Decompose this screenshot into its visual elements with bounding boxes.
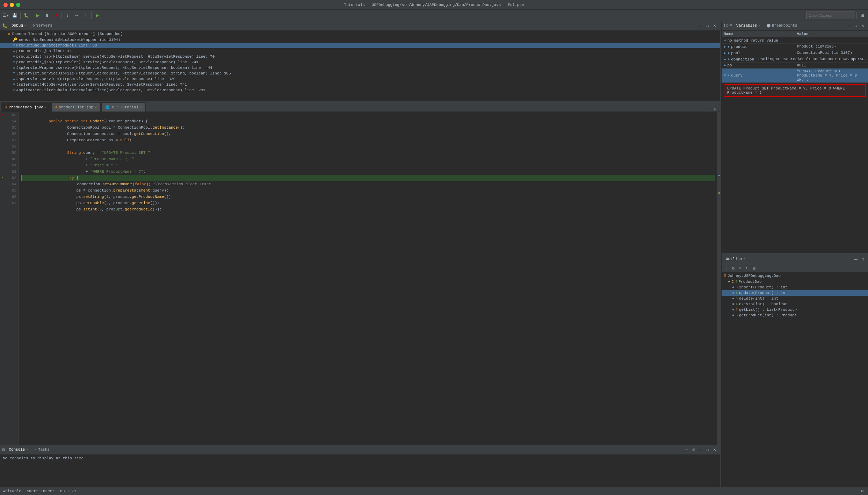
close-console[interactable]: ✕ — [711, 447, 718, 453]
debug-owns[interactable]: 🔑 owns: NioEndpoint$NioSocketWrapper (id… — [0, 37, 720, 43]
expand-query[interactable]: ▼ — [724, 73, 726, 78]
perspective-btn[interactable]: ⊞ — [858, 11, 867, 20]
console-btn-1[interactable]: ↩ — [683, 447, 690, 453]
method-icon-6: ● — [732, 313, 735, 317]
console-close[interactable]: ✕ — [26, 447, 28, 451]
var-ps[interactable]: ● ps null — [722, 63, 868, 69]
editor-tab-productdao[interactable]: J ProductDao.java ✕ — [1, 102, 51, 112]
close-btn[interactable] — [3, 3, 8, 7]
outline-sort[interactable]: ↕ — [723, 265, 729, 271]
var-no-return[interactable]: ↩ no method return value — [722, 37, 868, 44]
minimize-variables[interactable]: — — [846, 23, 852, 29]
variables-close[interactable]: ✕ — [758, 23, 760, 27]
maximize-btn[interactable] — [16, 3, 20, 7]
debug-stack-2[interactable]: ≡ productedit_jsp(HttpJspBase).service(H… — [0, 54, 720, 59]
code-line-63: connection.setAutoCommit(false); //trans… — [21, 175, 715, 181]
method-icon-1: ● — [732, 285, 735, 289]
stack-icon-7: ≡ — [13, 82, 15, 87]
step-return-btn[interactable]: ↑ — [81, 11, 90, 20]
window-controls[interactable] — [3, 3, 20, 7]
method-decoration-3: S — [736, 297, 738, 300]
debug-stack-8[interactable]: ≡ ApplicationFilterChain.internalDoFilte… — [0, 87, 720, 93]
thread-icon: ▶ — [8, 31, 11, 36]
save-btn[interactable]: 💾 — [10, 11, 19, 20]
maximize-editor[interactable]: □ — [712, 105, 718, 112]
minimize-btn[interactable] — [10, 3, 14, 7]
variables-tab[interactable]: Variables ✕ — [734, 23, 762, 29]
console-btn-2[interactable]: ⊞ — [690, 447, 697, 453]
quick-access-input[interactable] — [806, 12, 855, 19]
maximize-variables[interactable]: □ — [853, 23, 859, 29]
outline-delete[interactable]: ● S delete(int) : int — [722, 296, 868, 301]
outline-filter[interactable]: ⚙ — [730, 265, 736, 271]
suspend-btn[interactable]: ⏸ — [43, 11, 51, 20]
close-variables[interactable]: ✕ — [860, 23, 866, 29]
maximize-debug[interactable]: □ — [704, 23, 711, 29]
minimize-editor[interactable]: — — [704, 105, 711, 112]
method-decoration-5: S — [736, 308, 738, 311]
debug-stack-5[interactable]: ≡ JspServlet.serviceJspFile(HttpServletR… — [0, 71, 720, 76]
debug-stack-4[interactable]: ≡ JspServletWrapper.service(HttpServletR… — [0, 65, 720, 71]
debug-tab[interactable]: Debug ✕ — [9, 23, 28, 29]
minimize-outline[interactable]: — — [853, 256, 859, 263]
outline-getproduct[interactable]: ● S getProduct(int) : Product — [722, 313, 868, 318]
outline-collapse[interactable]: ⊟ — [751, 265, 757, 271]
tab-close-1[interactable]: ✕ — [95, 105, 97, 109]
class-decoration: S — [735, 280, 737, 284]
outline-hide-fields[interactable]: ≡ — [737, 265, 743, 271]
minimize-debug[interactable]: — — [697, 23, 704, 29]
debug-stack-6[interactable]: ≡ JspServlet.service(HttpServletRequest,… — [0, 76, 720, 82]
expand-class[interactable]: ▼ — [728, 280, 730, 284]
console-tab[interactable]: Console ✕ — [7, 447, 30, 453]
expand-pool[interactable]: ▶ — [724, 51, 726, 55]
outline-sync[interactable]: ↻ — [744, 265, 750, 271]
console-icon: ▤ — [2, 447, 5, 452]
outline-insert[interactable]: ● S insert(Product) : int — [722, 285, 868, 290]
new-btn[interactable]: ☰▾ — [1, 11, 10, 20]
status-icon-1[interactable]: ⚙ — [859, 488, 865, 494]
linenum-57: 57 — [5, 137, 16, 143]
outline-exists[interactable]: ● S exists(int) : boolean — [722, 301, 868, 307]
editor-tab-productlist[interactable]: J productlist.jsp ✕ — [51, 102, 101, 112]
outline-update[interactable]: ● S update(Product) : int — [722, 290, 868, 296]
var-pool[interactable]: ▶ ● pool ConnectionPool (id=3107) — [722, 50, 868, 56]
var-product[interactable]: ▶ ● product Product (id=3105) — [722, 44, 868, 50]
tab-close-2[interactable]: ✕ — [140, 105, 142, 109]
var-query[interactable]: ▼ ● query "UPDATE Product SET ProductNam… — [722, 69, 868, 83]
debug-btn[interactable]: 🐛 — [22, 11, 30, 20]
minimize-console[interactable]: — — [697, 447, 704, 453]
expand-connection[interactable]: ▶ — [724, 57, 726, 62]
outline-close[interactable]: ✕ — [743, 257, 745, 261]
close-debug[interactable]: ✕ — [711, 23, 718, 29]
run-btn[interactable]: ▶ — [93, 11, 101, 20]
outline-class[interactable]: ▼ C S ProductDao — [722, 279, 868, 285]
scroll-marker-2 — [718, 192, 720, 194]
maximize-console[interactable]: □ — [704, 447, 711, 453]
tasks-tab[interactable]: ✓ Tasks — [32, 447, 52, 453]
breakpoints-tab[interactable]: ⬤ Breakpoints — [765, 23, 800, 29]
debug-thread[interactable]: ▶ Daemon Thread [http-nio-8080-exec-4] (… — [0, 31, 720, 37]
maximize-outline[interactable]: □ — [860, 256, 866, 263]
debug-tab-close[interactable]: ✕ — [24, 23, 26, 27]
step-into-btn[interactable]: ↓ — [63, 11, 72, 20]
terminate-btn[interactable]: ■ — [52, 11, 60, 20]
code-editor[interactable]: ● ➤ 53 — [0, 112, 720, 445]
servers-tab[interactable]: ⚙ Servers — [30, 23, 54, 29]
editor-gutter: ● ➤ — [0, 112, 5, 445]
outline-getlist[interactable]: ● S getList() : List<Product> — [722, 307, 868, 313]
tab-close-0[interactable]: ✕ — [45, 105, 47, 109]
col-name: Name — [722, 31, 795, 37]
debug-stack-selected[interactable]: ≡ ProductDao.update(Product) line: 63 — [0, 43, 720, 48]
code-content[interactable]: public static int update(Product product… — [19, 112, 717, 445]
var-connection[interactable]: ▶ ● connection PoolingDataSource$PoolGua… — [722, 56, 868, 63]
debug-stack-3[interactable]: ≡ productedit_jsp(HttpServlet).service(S… — [0, 59, 720, 65]
debug-stack-7[interactable]: ≡ JspServlet(HttpServlet).service(Servle… — [0, 82, 720, 87]
outline-package[interactable]: ⊞ Johnny.JSPDebugging.Dao — [722, 272, 868, 279]
expand-product[interactable]: ▶ — [724, 44, 726, 49]
editor-tab-jsptutorial[interactable]: 🌐 JSP Tutorial ✕ — [101, 102, 146, 112]
resume-btn[interactable]: ▶ — [34, 11, 42, 20]
step-over-btn[interactable]: → — [72, 11, 81, 20]
method-decoration-6: S — [736, 314, 738, 317]
outline-tab[interactable]: Outline ✕ — [724, 256, 747, 263]
debug-stack-1[interactable]: ≡ productedit.jsp line: 44 — [0, 48, 720, 54]
